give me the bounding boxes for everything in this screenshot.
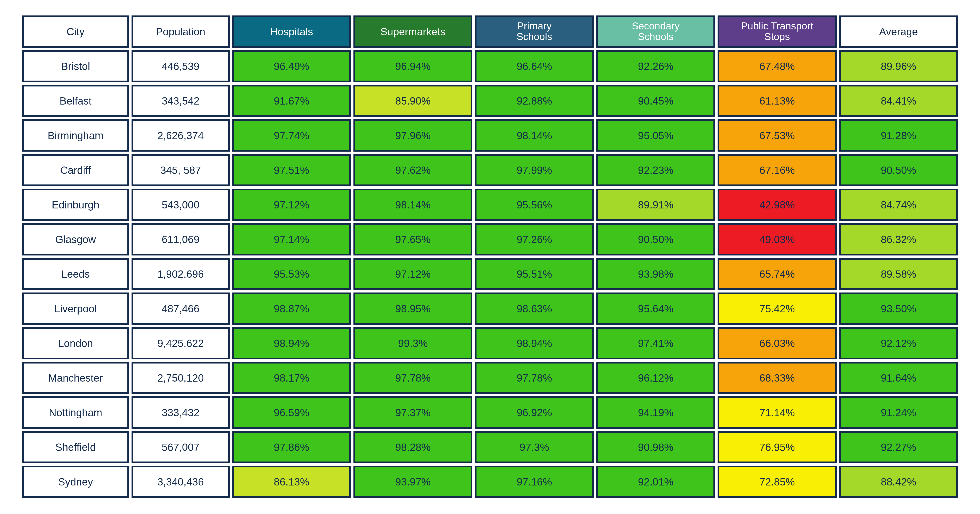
city-cell: Manchester bbox=[22, 362, 129, 394]
public-transport-stops-cell: 67.48% bbox=[718, 50, 837, 82]
secondary-schools-cell: 92.23% bbox=[596, 154, 715, 186]
population-cell: 567,007 bbox=[132, 431, 230, 463]
population-cell: 1,902,696 bbox=[132, 258, 230, 290]
hospitals-cell: 95.53% bbox=[232, 258, 351, 290]
population-cell: 2,626,374 bbox=[132, 119, 230, 151]
primary-schools-cell: 96.64% bbox=[475, 50, 593, 82]
hospitals-cell: 96.59% bbox=[232, 396, 351, 429]
population-cell: 3,340,436 bbox=[132, 466, 230, 498]
supermarkets-cell: 98.95% bbox=[353, 293, 473, 325]
public-transport-stops-cell: 76.95% bbox=[718, 431, 837, 463]
header-primary-schools-label: PrimarySchools bbox=[517, 21, 552, 42]
header-pts-label: Public TransportStops bbox=[741, 21, 813, 42]
city-cell: Belfast bbox=[22, 85, 129, 117]
public-transport-stops-cell: 67.53% bbox=[718, 119, 837, 151]
secondary-schools-cell: 90.50% bbox=[596, 223, 715, 255]
population-cell: 9,425,622 bbox=[132, 327, 230, 360]
primary-schools-cell: 98.63% bbox=[475, 293, 593, 325]
average-cell: 91.64% bbox=[839, 362, 958, 394]
table-row: Cardiff345, 58797.51%97.62%97.99%92.23%6… bbox=[22, 154, 958, 186]
hospitals-cell: 97.86% bbox=[232, 431, 351, 463]
average-cell: 89.96% bbox=[839, 50, 958, 82]
public-transport-stops-cell: 42.98% bbox=[718, 189, 837, 221]
secondary-schools-cell: 92.01% bbox=[596, 466, 715, 498]
average-cell: 89.58% bbox=[839, 258, 958, 290]
primary-schools-cell: 97.16% bbox=[475, 466, 593, 498]
public-transport-stops-cell: 67.16% bbox=[718, 154, 837, 186]
primary-schools-cell: 98.14% bbox=[475, 119, 593, 151]
header-public-transport-stops: Public TransportStops bbox=[718, 16, 837, 48]
average-cell: 91.24% bbox=[839, 396, 958, 429]
hospitals-cell: 97.12% bbox=[232, 189, 351, 221]
table-row: Edinburgh543,00097.12%98.14%95.56%89.91%… bbox=[22, 189, 958, 221]
hospitals-cell: 97.51% bbox=[232, 154, 351, 186]
primary-schools-cell: 97.78% bbox=[475, 362, 593, 394]
average-cell: 90.50% bbox=[839, 154, 958, 186]
city-cell: Sheffield bbox=[22, 431, 129, 463]
table-row: Nottingham333,43296.59%97.37%96.92%94.19… bbox=[22, 396, 958, 429]
supermarkets-cell: 97.96% bbox=[353, 119, 473, 151]
primary-schools-cell: 97.26% bbox=[475, 223, 593, 255]
average-cell: 93.50% bbox=[839, 293, 958, 325]
public-transport-stops-cell: 75.42% bbox=[718, 293, 837, 325]
average-cell: 86.32% bbox=[839, 223, 958, 255]
hospitals-cell: 98.87% bbox=[232, 293, 351, 325]
secondary-schools-cell: 92.26% bbox=[596, 50, 715, 82]
table-row: Manchester2,750,12098.17%97.78%97.78%96.… bbox=[22, 362, 958, 394]
hospitals-cell: 97.74% bbox=[232, 119, 351, 151]
supermarkets-cell: 96.94% bbox=[353, 50, 473, 82]
secondary-schools-cell: 95.64% bbox=[596, 293, 715, 325]
population-cell: 611,069 bbox=[132, 223, 230, 255]
hospitals-cell: 86.13% bbox=[232, 466, 351, 498]
population-cell: 446,539 bbox=[132, 50, 230, 82]
table-row: Belfast343,54291.67%85.90%92.88%90.45%61… bbox=[22, 85, 958, 117]
public-transport-stops-cell: 68.33% bbox=[718, 362, 837, 394]
average-cell: 92.27% bbox=[839, 431, 958, 463]
secondary-schools-cell: 97.41% bbox=[596, 327, 715, 360]
population-cell: 543,000 bbox=[132, 189, 230, 221]
secondary-schools-cell: 90.45% bbox=[596, 85, 715, 117]
table-row: Birmingham2,626,37497.74%97.96%98.14%95.… bbox=[22, 119, 958, 151]
table-row: London9,425,62298.94%99.3%98.94%97.41%66… bbox=[22, 327, 958, 360]
population-cell: 487,466 bbox=[132, 293, 230, 325]
supermarkets-cell: 97.78% bbox=[353, 362, 473, 394]
header-population: Population bbox=[132, 16, 230, 48]
hospitals-cell: 98.17% bbox=[232, 362, 351, 394]
average-cell: 88.42% bbox=[839, 466, 958, 498]
table-row: Leeds1,902,69695.53%97.12%95.51%93.98%65… bbox=[22, 258, 958, 290]
primary-schools-cell: 98.94% bbox=[475, 327, 593, 360]
header-hospitals: Hospitals bbox=[232, 16, 351, 48]
public-transport-stops-cell: 71.14% bbox=[718, 396, 837, 429]
city-cell: Birmingham bbox=[22, 119, 129, 151]
primary-schools-cell: 95.56% bbox=[475, 189, 593, 221]
table-row: Glasgow611,06997.14%97.65%97.26%90.50%49… bbox=[22, 223, 958, 255]
public-transport-stops-cell: 66.03% bbox=[718, 327, 837, 360]
supermarkets-cell: 98.14% bbox=[353, 189, 473, 221]
population-cell: 343,542 bbox=[132, 85, 230, 117]
city-cell: Cardiff bbox=[22, 154, 129, 186]
public-transport-stops-cell: 49.03% bbox=[718, 223, 837, 255]
supermarkets-cell: 99.3% bbox=[353, 327, 473, 360]
average-cell: 84.41% bbox=[839, 85, 958, 117]
supermarkets-cell: 97.37% bbox=[353, 396, 473, 429]
header-average: Average bbox=[839, 16, 958, 48]
primary-schools-cell: 97.99% bbox=[475, 154, 593, 186]
secondary-schools-cell: 94.19% bbox=[596, 396, 715, 429]
hospitals-cell: 97.14% bbox=[232, 223, 351, 255]
table-row: Sydney3,340,43686.13%93.97%97.16%92.01%7… bbox=[22, 466, 958, 498]
secondary-schools-cell: 90.98% bbox=[596, 431, 715, 463]
hospitals-cell: 96.49% bbox=[232, 50, 351, 82]
supermarkets-cell: 97.12% bbox=[353, 258, 473, 290]
supermarkets-cell: 93.97% bbox=[353, 466, 473, 498]
population-cell: 345, 587 bbox=[132, 154, 230, 186]
primary-schools-cell: 97.3% bbox=[475, 431, 593, 463]
city-cell: London bbox=[22, 327, 129, 360]
table-header-row: City Population Hospitals Supermarkets P… bbox=[22, 16, 958, 48]
primary-schools-cell: 96.92% bbox=[475, 396, 593, 429]
public-transport-stops-cell: 72.85% bbox=[718, 466, 837, 498]
header-primary-schools: PrimarySchools bbox=[475, 16, 593, 48]
city-cell: Nottingham bbox=[22, 396, 129, 429]
secondary-schools-cell: 93.98% bbox=[596, 258, 715, 290]
supermarkets-cell: 97.65% bbox=[353, 223, 473, 255]
population-cell: 2,750,120 bbox=[132, 362, 230, 394]
